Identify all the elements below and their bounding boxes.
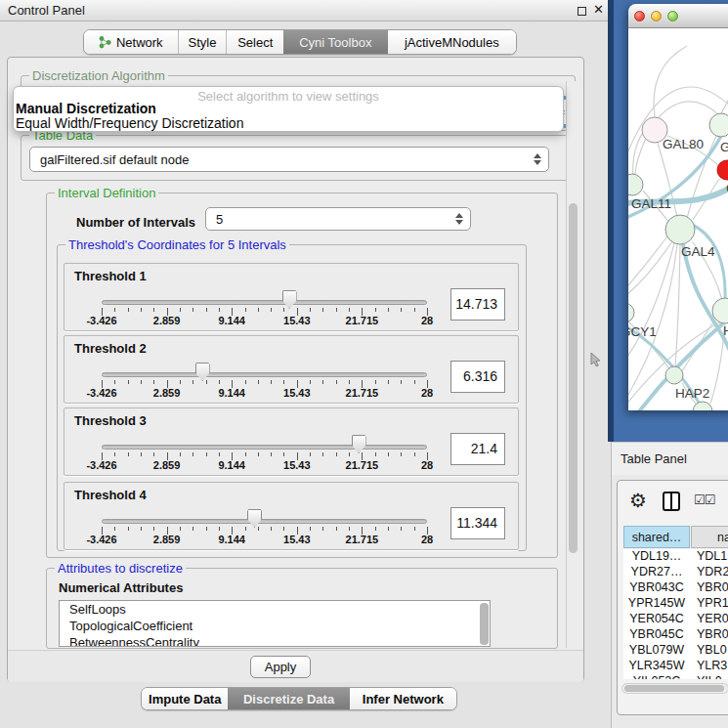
- slider-track[interactable]: [102, 300, 427, 305]
- numerical-attributes-list[interactable]: SelfLoopsTopologicalCoefficientBetweenne…: [59, 600, 491, 647]
- dropdown-option[interactable]: Manual Discretization: [14, 102, 563, 116]
- tick-mark: [193, 527, 193, 531]
- table-row[interactable]: YBL079WYBL0: [623, 643, 728, 659]
- table-panel: Table Panel ⚙ ☑☑ shared… name YDL19…YDL1…: [611, 442, 728, 728]
- tab-infer-network[interactable]: Infer Network: [350, 688, 456, 709]
- tick-mark: [153, 527, 154, 531]
- cell-name: YIL0: [695, 674, 722, 679]
- tick-mark: [180, 527, 181, 531]
- scale-label: 21.715: [346, 534, 379, 545]
- threshold-value-field[interactable]: 11.344: [450, 507, 505, 539]
- tick-mark: [219, 308, 220, 312]
- column-header-shared-name[interactable]: shared…: [623, 526, 690, 548]
- table-row[interactable]: YBR043CYBR0: [623, 580, 728, 596]
- tick-mark: [401, 527, 402, 531]
- tab-discretize-data[interactable]: Discretize Data: [228, 688, 349, 709]
- tick-mark: [219, 452, 220, 456]
- network-canvas[interactable]: GAL80GACGAL11GAL4GCY1HHAP2: [628, 28, 728, 410]
- slider-track[interactable]: [102, 372, 427, 377]
- table-row[interactable]: YLR345WYLR3: [623, 659, 728, 674]
- table-horizontal-scrollbar[interactable]: [621, 683, 728, 694]
- tab-select[interactable]: Select: [227, 30, 283, 54]
- gear-icon[interactable]: ⚙: [629, 489, 647, 512]
- scrollbar-thumb[interactable]: [569, 203, 578, 553]
- control-panel-scrollbar[interactable]: [566, 81, 579, 648]
- tick-mark: [271, 452, 272, 456]
- table-panel-body: ⚙ ☑☑ shared… name YDL19…YDL1YDR27…YDR2YB…: [617, 480, 728, 715]
- network-node[interactable]: [717, 160, 728, 180]
- table-panel-titlebar: Table Panel: [612, 443, 728, 475]
- table-row[interactable]: YDR27…YDR2: [623, 565, 728, 580]
- network-node[interactable]: [665, 215, 695, 244]
- network-edge[interactable]: [628, 241, 672, 300]
- table-row[interactable]: YDL19…YDL1: [623, 549, 728, 565]
- attributes-scrollbar[interactable]: [480, 603, 489, 645]
- tick-mark: [193, 452, 193, 456]
- tab-network[interactable]: Network: [84, 30, 179, 54]
- table-row[interactable]: YPR145WYPR1: [623, 596, 728, 612]
- table-row[interactable]: YIL052CYIL0: [623, 674, 728, 679]
- tab-label: Network: [116, 35, 163, 50]
- node-label: GA: [720, 140, 728, 154]
- attribute-list-item[interactable]: TopologicalCoefficient: [60, 618, 490, 634]
- table-data-value: galFiltered.sif default node: [40, 148, 189, 173]
- slider-thumb[interactable]: [352, 435, 366, 453]
- table-row[interactable]: YBR045CYBR0: [623, 627, 728, 643]
- tick-mark: [310, 527, 311, 531]
- network-node[interactable]: [709, 113, 728, 137]
- minimize-traffic-light-icon[interactable]: [651, 11, 662, 21]
- group-title-thresholds: Threshold's Coordinates for 5 Intervals: [65, 237, 289, 252]
- network-window-titlebar: [628, 4, 728, 28]
- tick-mark: [322, 380, 323, 384]
- zoom-traffic-light-icon[interactable]: [667, 11, 678, 21]
- tick-mark: [349, 380, 350, 384]
- number-of-intervals-combobox[interactable]: 5: [205, 207, 471, 231]
- column-header-name[interactable]: name: [691, 526, 728, 548]
- network-edge[interactable]: [654, 46, 687, 117]
- tab-cyni-toolbox[interactable]: Cyni Toolbox: [283, 30, 388, 54]
- scale-label: 2.859: [153, 387, 181, 399]
- network-node[interactable]: [628, 174, 643, 195]
- network-edge[interactable]: [635, 138, 646, 174]
- table-row[interactable]: YER054CYER0: [623, 612, 728, 627]
- network-node[interactable]: [628, 303, 634, 322]
- tab-impute-data[interactable]: Impute Data: [142, 688, 228, 709]
- close-traffic-light-icon[interactable]: [634, 11, 645, 21]
- slider-thumb[interactable]: [195, 363, 210, 381]
- tab-label: Select: [237, 35, 273, 50]
- scrollbar-thumb[interactable]: [624, 685, 724, 692]
- threshold-panel-4: Threshold 4-3.4262.8599.14415.4321.71528…: [64, 482, 519, 550]
- close-icon[interactable]: ✕: [593, 2, 604, 17]
- split-view-icon[interactable]: [663, 492, 680, 511]
- threshold-value-field[interactable]: 6.316: [450, 361, 505, 393]
- tick-mark: [180, 452, 181, 456]
- scale-label: 9.144: [218, 387, 245, 399]
- slider-thumb[interactable]: [282, 290, 297, 309]
- apply-button[interactable]: Apply: [250, 656, 311, 678]
- slider-track[interactable]: [102, 445, 427, 450]
- threshold-label: Threshold 4: [74, 488, 147, 502]
- network-edge[interactable]: [675, 244, 680, 367]
- threshold-value-field[interactable]: 14.713: [450, 288, 505, 321]
- table-data-group: Table Data galFiltered.sif default node: [21, 135, 576, 181]
- slider-thumb[interactable]: [247, 509, 262, 528]
- float-window-icon[interactable]: [578, 7, 586, 16]
- tab-jactivemnodules[interactable]: jActiveMNodules: [388, 30, 516, 54]
- network-node[interactable]: [665, 366, 683, 384]
- tick-mark: [388, 527, 389, 531]
- tick-mark: [271, 308, 272, 312]
- network-edge[interactable]: [658, 102, 718, 118]
- attribute-list-item[interactable]: SelfLoops: [60, 601, 490, 618]
- node-label: GAL80: [663, 137, 704, 151]
- node-table[interactable]: YDL19…YDL1YDR27…YDR2YBR043CYBR0YPR145WYP…: [623, 549, 728, 679]
- threshold-value-field[interactable]: 21.4: [450, 433, 505, 465]
- tab-style[interactable]: Style: [179, 30, 228, 54]
- attribute-list-item[interactable]: BetweennessCentrality: [60, 634, 490, 647]
- table-data-combobox[interactable]: galFiltered.sif default node: [29, 147, 549, 172]
- tick-mark: [128, 452, 129, 456]
- slider-track[interactable]: [102, 519, 427, 524]
- network-edge[interactable]: [721, 48, 728, 113]
- dropdown-option[interactable]: Equal Width/Frequency Discretization: [14, 116, 563, 131]
- checkbox-columns-icon[interactable]: ☑☑: [694, 492, 714, 507]
- network-edge[interactable]: [628, 234, 669, 292]
